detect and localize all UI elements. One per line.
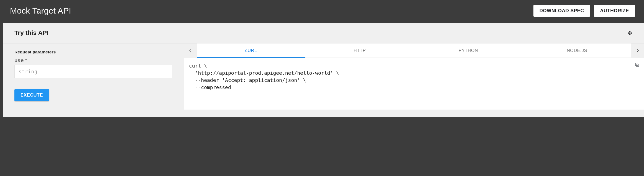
panel-title: Try this API bbox=[14, 29, 48, 37]
tabs-scroll-left-button[interactable] bbox=[184, 43, 197, 58]
code-snippet[interactable]: curl \ 'http://apiportal-prod.apigee.net… bbox=[189, 62, 639, 91]
panel-body: Request parameters user EXECUTE cURL HTT… bbox=[3, 43, 644, 110]
topbar: Mock Target API DOWNLOAD SPEC AUTHORIZE bbox=[0, 0, 644, 22]
top-actions: DOWNLOAD SPEC AUTHORIZE bbox=[533, 5, 635, 17]
code-tabs-strip: cURL HTTP PYTHON NODE.JS bbox=[184, 43, 644, 58]
copy-icon bbox=[635, 62, 640, 67]
panel-header: Try this API bbox=[3, 23, 644, 43]
request-parameters-column: Request parameters user EXECUTE bbox=[3, 43, 184, 110]
code-sample-column: cURL HTTP PYTHON NODE.JS bbox=[184, 43, 644, 110]
tab-python[interactable]: PYTHON bbox=[414, 43, 523, 58]
contract-icon bbox=[627, 30, 633, 36]
svg-rect-0 bbox=[636, 64, 639, 66]
page-title: Mock Target API bbox=[10, 6, 71, 15]
code-area: curl \ 'http://apiportal-prod.apigee.net… bbox=[184, 58, 644, 110]
chevron-left-icon bbox=[188, 48, 192, 54]
chevron-right-icon bbox=[636, 48, 640, 54]
authorize-button[interactable]: AUTHORIZE bbox=[594, 5, 635, 17]
param-user-input[interactable] bbox=[14, 65, 172, 78]
copy-button[interactable] bbox=[634, 62, 640, 68]
request-parameters-heading: Request parameters bbox=[14, 50, 172, 55]
download-spec-button[interactable]: DOWNLOAD SPEC bbox=[533, 5, 590, 17]
tab-http[interactable]: HTTP bbox=[305, 43, 414, 58]
try-api-panel: Try this API Request parameters user EXE… bbox=[3, 23, 644, 117]
svg-rect-1 bbox=[635, 63, 638, 66]
collapse-button[interactable] bbox=[627, 30, 633, 36]
tab-curl[interactable]: cURL bbox=[197, 43, 305, 58]
param-user-label: user bbox=[14, 57, 172, 63]
execute-button[interactable]: EXECUTE bbox=[14, 89, 49, 101]
tab-nodejs[interactable]: NODE.JS bbox=[523, 43, 631, 58]
code-tabs: cURL HTTP PYTHON NODE.JS bbox=[197, 43, 631, 58]
tabs-scroll-right-button[interactable] bbox=[631, 43, 644, 58]
